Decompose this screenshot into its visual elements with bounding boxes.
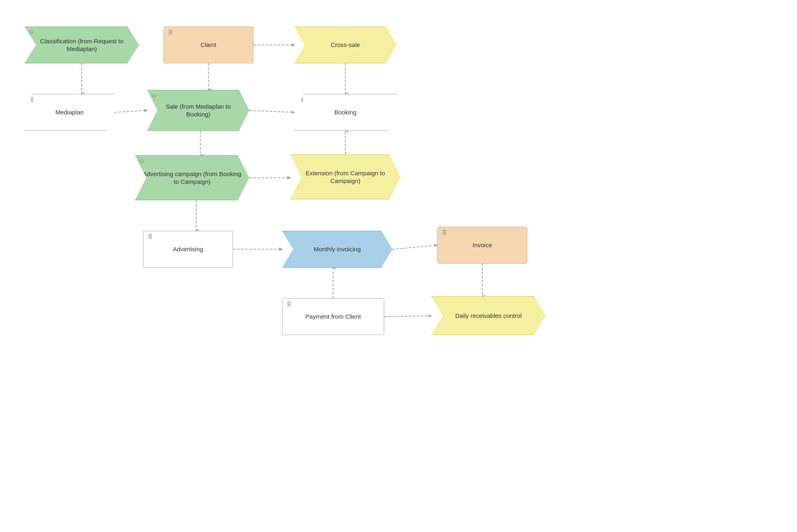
mediaplan-node[interactable]: 🗄 Mediaplan (25, 94, 114, 131)
mediaplan-label: Mediaplan (48, 108, 91, 116)
network-icon: ⛁ (29, 29, 34, 36)
db-icon-client: 🗄 (168, 29, 173, 36)
connections-layer (0, 0, 797, 532)
sale-node[interactable]: ⛁ Sale (from Mediaplan to Booking) (147, 90, 249, 131)
db-icon-advertising: 🗄 (148, 234, 153, 241)
advertising-label: Advertising (166, 245, 210, 253)
svg-line-1 (114, 110, 147, 112)
db-icon-booking: 🗄 (299, 97, 304, 104)
classification-node[interactable]: ⛁ Classification (from Request to Mediap… (25, 27, 139, 63)
db-icon-mediaplan: 🗄 (29, 97, 34, 104)
network-icon-sale: ⛁ (152, 93, 156, 100)
db-icon-invoice: 🗄 (442, 230, 447, 237)
dailyreceivables-node[interactable]: Daily receivables control (431, 296, 546, 335)
db-icon-payment: 🗄 (287, 301, 292, 308)
booking-label: Booking (327, 108, 364, 116)
invoice-node[interactable]: 🗄 Invoice (437, 227, 527, 264)
extension-label: Extension (from Campaign to Campaign) (291, 169, 400, 185)
advcampaign-node[interactable]: ⛁ Advertising campaign (from Booking to … (135, 155, 249, 200)
client-node[interactable]: 🗄 Client (163, 27, 253, 63)
svg-line-5 (249, 110, 294, 112)
booking-node[interactable]: 🗄 Booking (294, 94, 396, 131)
svg-line-14 (384, 316, 431, 317)
paymentfromclient-node[interactable]: 🗄 Payment from Client (282, 298, 384, 335)
classification-label: Classification (from Request to Mediapla… (25, 37, 139, 53)
crosssale-label: Cross-sale (323, 41, 367, 49)
paymentfromclient-label: Payment from Client (298, 313, 368, 321)
crosssale-node[interactable]: Cross-sale (294, 27, 396, 63)
dailyreceivables-label: Daily receivables control (448, 312, 529, 320)
sale-label: Sale (from Mediaplan to Booking) (148, 103, 249, 118)
advcampaign-label: Advertising campaign (from Booking to Ca… (135, 170, 249, 186)
extension-node[interactable]: Extension (from Campaign to Campaign) (290, 154, 401, 199)
advertising-node[interactable]: 🗄 Advertising (143, 231, 233, 268)
network-icon-adv: ⛁ (139, 158, 144, 165)
diagram-canvas: ⛁ Classification (from Request to Mediap… (0, 0, 797, 532)
monthlyinvoicing-label: Monthly invoicing (306, 245, 368, 253)
svg-line-11 (392, 245, 437, 249)
monthlyinvoicing-node[interactable]: Monthly invoicing (282, 231, 392, 268)
client-label: Client (193, 41, 224, 49)
invoice-label: Invoice (465, 241, 499, 249)
